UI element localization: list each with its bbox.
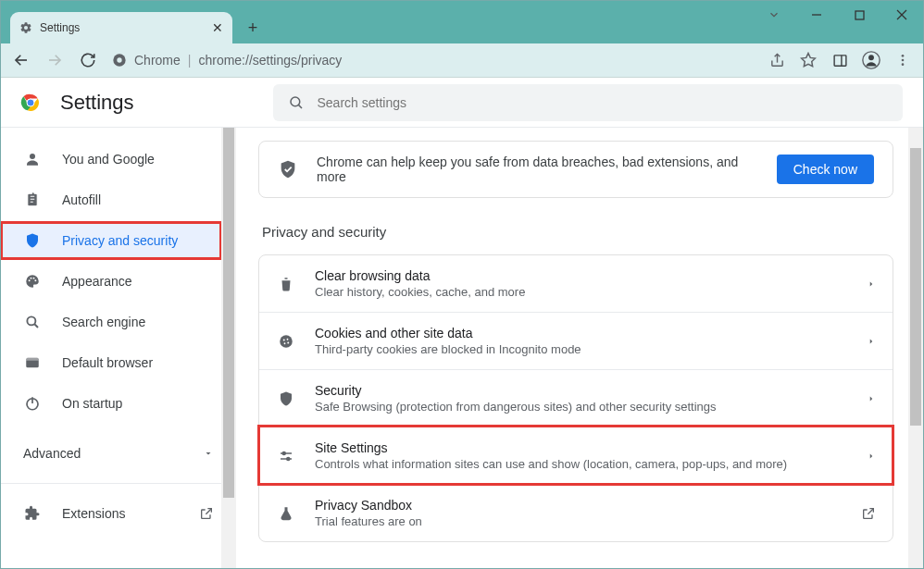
- chrome-logo-icon: [19, 92, 42, 114]
- new-tab-button[interactable]: +: [240, 15, 266, 41]
- sidebar-item-label: Privacy and security: [62, 233, 178, 248]
- sidebar-item-label: Extensions: [62, 506, 125, 521]
- svg-point-14: [902, 55, 905, 57]
- sidebar-item-on-startup[interactable]: On startup: [1, 385, 221, 422]
- reload-button[interactable]: [73, 45, 103, 75]
- row-cookies[interactable]: Cookies and other site data Third-party …: [259, 312, 893, 369]
- svg-marker-35: [870, 281, 873, 286]
- svg-point-39: [284, 342, 286, 344]
- sidebar-item-label: On startup: [62, 396, 122, 411]
- person-icon: [23, 151, 42, 167]
- row-title: Privacy Sandbox: [315, 498, 843, 513]
- svg-point-13: [868, 55, 874, 60]
- row-title: Site Settings: [315, 440, 848, 455]
- svg-marker-41: [870, 339, 873, 343]
- row-title: Cookies and other site data: [315, 326, 848, 340]
- page-title: Settings: [60, 91, 134, 115]
- main-content: Chrome can help keep you safe from data …: [236, 128, 923, 569]
- row-privacy-sandbox[interactable]: Privacy Sandbox Trial features are on: [259, 484, 893, 541]
- svg-point-37: [283, 339, 285, 340]
- sidebar-item-label: Appearance: [62, 274, 132, 289]
- svg-marker-42: [870, 396, 873, 401]
- sidebar-item-autofill[interactable]: Autofill: [1, 181, 221, 218]
- sidebar-item-label: Search engine: [62, 315, 145, 329]
- sidebar-item-you-and-google[interactable]: You and Google: [1, 141, 221, 178]
- shield-check-icon: [278, 159, 298, 179]
- search-icon: [23, 314, 42, 330]
- close-tab-icon[interactable]: ✕: [212, 20, 223, 35]
- svg-line-48: [868, 508, 873, 513]
- chevron-right-icon: [867, 279, 876, 289]
- kebab-menu-icon[interactable]: [888, 45, 918, 75]
- privacy-settings-list: Clear browsing data Clear history, cooki…: [258, 254, 893, 542]
- back-button[interactable]: [6, 45, 36, 75]
- row-clear-browsing-data[interactable]: Clear browsing data Clear history, cooki…: [259, 255, 893, 312]
- sidebar-item-label: You and Google: [62, 152, 155, 167]
- profile-icon[interactable]: [856, 45, 886, 75]
- settings-header: Settings: [1, 78, 923, 128]
- search-input[interactable]: [318, 95, 888, 110]
- browser-icon: [23, 354, 42, 371]
- search-settings[interactable]: [273, 84, 903, 121]
- svg-line-21: [298, 105, 302, 108]
- sidebar-item-extensions[interactable]: Extensions: [1, 491, 236, 536]
- url-display[interactable]: Chrome | chrome://settings/privacy: [106, 53, 758, 68]
- svg-marker-9: [802, 54, 816, 67]
- open-external-icon[interactable]: [199, 506, 214, 521]
- row-site-settings[interactable]: Site Settings Controls what information …: [259, 427, 893, 484]
- svg-point-15: [902, 59, 905, 62]
- url-text: chrome://settings/privacy: [198, 53, 342, 68]
- close-window-button[interactable]: [880, 1, 923, 29]
- svg-point-22: [30, 154, 35, 159]
- row-subtitle: Clear history, cookies, cache, and more: [315, 285, 848, 299]
- forward-button[interactable]: [40, 45, 69, 75]
- svg-rect-30: [26, 358, 39, 361]
- url-separator: |: [188, 53, 192, 68]
- palette-icon: [23, 273, 42, 290]
- main-scrollbar[interactable]: [908, 128, 923, 569]
- svg-point-46: [287, 457, 290, 460]
- sidebar-item-search-engine[interactable]: Search engine: [1, 303, 221, 340]
- sidebar-item-label: Autofill: [62, 192, 101, 207]
- sidebar-item-privacy-and-security[interactable]: Privacy and security: [1, 222, 221, 259]
- svg-point-40: [287, 341, 289, 343]
- sidebar-item-default-browser[interactable]: Default browser: [1, 344, 221, 381]
- sidebar: You and Google Autofill Privacy and secu…: [1, 128, 236, 569]
- check-now-button[interactable]: Check now: [777, 155, 874, 184]
- sidebar-item-label: Default browser: [62, 355, 153, 370]
- sliders-icon: [276, 448, 296, 464]
- row-title: Clear browsing data: [315, 268, 848, 283]
- svg-point-23: [29, 279, 31, 281]
- open-external-icon: [861, 506, 876, 521]
- svg-marker-47: [870, 453, 873, 458]
- svg-point-24: [31, 278, 32, 279]
- url-prefix: Chrome: [134, 53, 181, 68]
- scrollbar-thumb[interactable]: [223, 128, 234, 498]
- share-icon[interactable]: [762, 45, 792, 75]
- safety-message: Chrome can help keep you safe from data …: [317, 155, 758, 184]
- shield-icon: [276, 390, 296, 407]
- sidebar-advanced-toggle[interactable]: Advanced: [1, 431, 236, 476]
- clipboard-icon: [23, 192, 42, 208]
- svg-point-25: [33, 278, 35, 279]
- row-security[interactable]: Security Safe Browsing (protection from …: [259, 369, 893, 427]
- svg-point-20: [291, 97, 300, 106]
- sidebar-scrollbar[interactable]: [221, 128, 236, 569]
- row-subtitle: Third-party cookies are blocked in Incog…: [315, 342, 848, 356]
- chevron-right-icon: [867, 451, 876, 461]
- browser-tab[interactable]: Settings ✕: [10, 12, 232, 43]
- svg-point-27: [27, 316, 35, 325]
- scrollbar-thumb[interactable]: [910, 148, 921, 426]
- advanced-label: Advanced: [23, 446, 81, 461]
- svg-point-16: [902, 63, 905, 66]
- row-title: Security: [315, 383, 848, 398]
- sidebar-item-appearance[interactable]: Appearance: [1, 263, 221, 300]
- bookmark-star-icon[interactable]: [793, 45, 823, 75]
- chevron-down-icon[interactable]: [753, 1, 795, 29]
- maximize-button[interactable]: [838, 1, 880, 29]
- svg-rect-1: [855, 11, 864, 19]
- svg-point-26: [34, 279, 36, 281]
- minimize-button[interactable]: [795, 1, 838, 29]
- sidepanel-icon[interactable]: [825, 45, 855, 75]
- chevron-right-icon: [867, 394, 876, 403]
